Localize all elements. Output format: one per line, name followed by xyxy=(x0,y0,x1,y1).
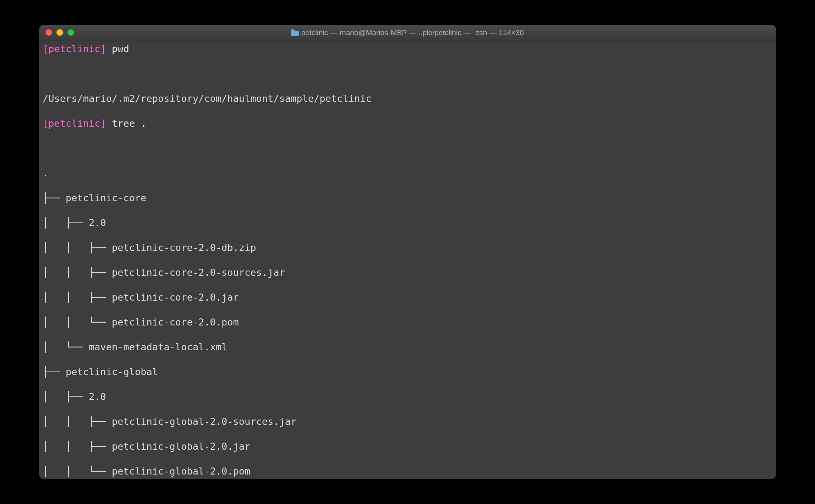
window-title: petclinic — mario@Marios-MBP — ..ple/pet… xyxy=(39,28,776,37)
tree-line: ├── petclinic-core xyxy=(43,192,772,204)
titlebar: petclinic — mario@Marios-MBP — ..ple/pet… xyxy=(39,25,776,40)
tree-line: │ └── maven-metadata-local.xml xyxy=(43,341,772,353)
prompt-open: [ xyxy=(43,43,48,54)
command-pwd: pwd xyxy=(112,43,129,54)
blank-line xyxy=(43,142,772,154)
terminal-body[interactable]: [petclinic] pwd /Users/mario/.m2/reposit… xyxy=(39,40,776,479)
tree-line: ├── petclinic-global xyxy=(43,366,772,378)
tree-line: │ ├── 2.0 xyxy=(43,217,772,229)
command-tree: tree . xyxy=(112,118,147,129)
close-icon[interactable] xyxy=(45,29,52,36)
minimize-icon[interactable] xyxy=(56,29,63,36)
tree-line: │ │ ├── petclinic-global-2.0.jar xyxy=(43,440,772,453)
blank-line xyxy=(43,67,772,80)
tree-line: │ │ └── petclinic-global-2.0.pom xyxy=(43,465,772,477)
prompt-open: [ xyxy=(43,118,48,129)
tree-line: │ ├── 2.0 xyxy=(43,390,772,403)
pwd-output: /Users/mario/.m2/repository/com/haulmont… xyxy=(43,92,772,105)
tree-line: │ │ ├── petclinic-core-2.0.jar xyxy=(43,291,772,303)
terminal-window: petclinic — mario@Marios-MBP — ..ple/pet… xyxy=(39,25,776,479)
tree-line: . xyxy=(43,167,772,179)
prompt-line: [petclinic] tree . xyxy=(43,117,772,130)
maximize-icon[interactable] xyxy=(67,29,74,36)
folder-icon xyxy=(291,29,299,36)
tree-line: │ │ ├── petclinic-core-2.0-db.zip xyxy=(43,241,772,254)
window-title-text: petclinic — mario@Marios-MBP — ..ple/pet… xyxy=(301,28,524,37)
prompt-close: ] xyxy=(100,118,106,129)
prompt-line: [petclinic] pwd xyxy=(43,43,772,55)
tree-line: │ │ └── petclinic-core-2.0.pom xyxy=(43,316,772,328)
prompt-close: ] xyxy=(100,43,106,54)
traffic-lights xyxy=(45,29,74,36)
prompt-name: petclinic xyxy=(48,43,100,54)
prompt-name: petclinic xyxy=(48,118,100,129)
tree-line: │ │ ├── petclinic-core-2.0-sources.jar xyxy=(43,266,772,279)
tree-line: │ │ ├── petclinic-global-2.0-sources.jar xyxy=(43,415,772,428)
